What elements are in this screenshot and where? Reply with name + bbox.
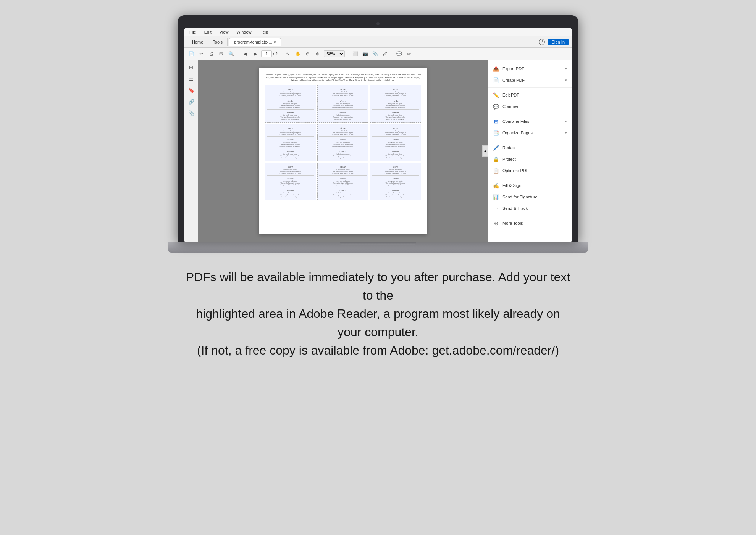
label-shake-cursive-6: shake — [393, 138, 399, 141]
label-shake-cursive-5: shake — [340, 138, 346, 141]
markup-icon[interactable]: ✏ — [405, 50, 413, 58]
label-card-1-1: store in a cool dark place.The bottle wi… — [265, 85, 316, 123]
search-icon[interactable]: 🔍 — [227, 50, 235, 58]
label-return-cursive: return — [287, 111, 294, 114]
panel-organize-pages[interactable]: 📑 Organize Pages ▾ — [488, 127, 572, 139]
label-return-section-6: return the bottle once done.That way, I … — [372, 149, 419, 160]
label-card-3-2: store in a cool dark place.The bottle wi… — [317, 163, 369, 200]
panel-create-pdf[interactable]: 📄 Create PDF ▾ — [488, 74, 572, 86]
sidebar-bookmark-icon[interactable]: 🔖 — [187, 86, 195, 94]
page-sep: / — [273, 52, 274, 56]
label-shake-section-2: shake every now and again.The vanilla fl… — [319, 99, 367, 110]
label-return-cursive-2: return — [339, 111, 346, 114]
send-track-icon: → — [493, 205, 499, 212]
label-grid: store in a cool dark place.The bottle wi… — [265, 85, 421, 200]
panel-comment-label: Comment — [502, 104, 567, 109]
tab-close-icon[interactable]: × — [274, 40, 276, 44]
label-shake-section-9: shake every now and again.The vanilla fl… — [372, 176, 419, 187]
panel-edit-pdf[interactable]: ✏️ Edit PDF — [488, 89, 572, 101]
panel-collapse-arrow[interactable]: ◀ — [482, 145, 488, 157]
email-icon[interactable]: ✉ — [217, 50, 225, 58]
label-store-text-2: in a cool dark place.The bottle will tas… — [332, 91, 354, 97]
sidebar-attachment-icon[interactable]: 📎 — [187, 109, 195, 117]
crop-icon[interactable]: ⬜ — [351, 50, 359, 58]
menu-help[interactable]: Help — [258, 29, 269, 35]
combine-files-arrow: ▾ — [565, 119, 567, 123]
zoom-select[interactable]: 58% 75% 100% 125% — [324, 50, 345, 57]
label-card-2-2: store in a cool dark place.The bottle wi… — [317, 124, 369, 162]
label-return-text: the bottle once done.That way, I can mak… — [280, 114, 300, 120]
panel-send-track[interactable]: → Send & Track — [488, 203, 572, 214]
sidebar-layers-icon[interactable]: ☰ — [187, 74, 195, 83]
panel-redact[interactable]: 🖊️ Redact — [488, 142, 572, 153]
page-input[interactable] — [261, 50, 272, 57]
hand-tool-icon[interactable]: ✋ — [294, 50, 302, 58]
snapshot-icon[interactable]: 📷 — [361, 50, 369, 58]
print-icon[interactable]: 🖨 — [207, 50, 215, 58]
label-shake-section: shake every now and again.The vanilla fl… — [267, 99, 314, 110]
panel-send-for-signature-label: Send for Signature — [502, 195, 567, 199]
tab-tools[interactable]: Tools — [208, 38, 228, 46]
label-shake-section-6: shake every now and again.The vanilla fl… — [372, 137, 419, 148]
label-shake-text-9: every now and again.The vanilla flavor w… — [385, 180, 406, 186]
label-shake-text: every now and again.The vanilla flavor w… — [280, 103, 301, 109]
comment-icon[interactable]: 💬 — [395, 50, 403, 58]
label-return-section-8: return the bottle once done.That way, I … — [319, 188, 367, 199]
label-store-text: in a cool dark place.The bottle will tas… — [279, 91, 301, 97]
label-shake-cursive-2: shake — [340, 100, 346, 103]
tab-bar: Home Tools program-template-... × ? Sign… — [184, 36, 572, 48]
help-icon[interactable]: ? — [539, 39, 545, 45]
panel-combine-files[interactable]: ⊞ Combine Files ▾ — [488, 116, 572, 127]
panel-comment[interactable]: 💬 Comment — [488, 101, 572, 112]
sidebar-thumbnail-icon[interactable]: ⊞ — [187, 63, 195, 71]
laptop-container: File Edit View Window Help Home Tools pr… — [168, 15, 588, 253]
tab-home[interactable]: Home — [187, 38, 208, 46]
export-pdf-icon: 📤 — [493, 65, 499, 72]
open-icon[interactable]: ↩ — [197, 50, 205, 58]
trackpad-notch — [340, 242, 416, 245]
menu-view[interactable]: View — [218, 29, 230, 35]
sidebar-link-icon[interactable]: 🔗 — [187, 97, 195, 106]
panel-export-pdf[interactable]: 📤 Export PDF ▾ — [488, 63, 572, 74]
panel-send-for-signature[interactable]: 📊 Send for Signature — [488, 191, 572, 203]
next-page-icon[interactable]: ▶ — [251, 50, 259, 58]
panel-protect[interactable]: 🔒 Protect — [488, 153, 572, 165]
label-return-text-8: the bottle once done.That way, I can mak… — [333, 192, 353, 198]
pdf-view-area[interactable]: Download to your desktop, open in Acroba… — [198, 60, 488, 242]
sign-in-area: ? Sign In — [539, 39, 569, 45]
panel-more-tools[interactable]: ⊕ More Tools — [488, 218, 572, 229]
panel-optimize-pdf[interactable]: 📋 Optimize PDF — [488, 165, 572, 176]
edit-pdf-icon: ✏️ — [493, 92, 499, 98]
panel-divider-2 — [488, 114, 572, 114]
tab-file-label: program-template-... — [234, 40, 272, 44]
menu-window[interactable]: Window — [235, 29, 252, 35]
comment-panel-icon: 💬 — [493, 103, 499, 110]
new-doc-icon[interactable]: 📄 — [187, 50, 195, 58]
select-tool-icon[interactable]: ↖ — [284, 50, 292, 58]
label-shake-text-5: every now and again.The vanilla flavor w… — [332, 141, 353, 147]
organize-pages-arrow: ▾ — [565, 131, 567, 135]
panel-fill-sign[interactable]: ✍️ Fill & Sign — [488, 180, 572, 191]
tab-file[interactable]: program-template-... × — [229, 38, 281, 46]
label-return-cursive-5: return — [339, 150, 346, 153]
pdf-document: Download to your desktop, open in Acroba… — [259, 68, 427, 234]
label-return-cursive-4: return — [287, 150, 294, 153]
attach-icon[interactable]: 📎 — [371, 50, 379, 58]
bottom-text-line3: (If not, a free copy is available from A… — [183, 341, 573, 359]
zoom-out-icon[interactable]: ⊖ — [304, 50, 312, 58]
create-pdf-arrow: ▾ — [565, 78, 567, 82]
menu-edit[interactable]: Edit — [203, 29, 213, 35]
zoom-in-icon[interactable]: ⊕ — [314, 50, 321, 58]
label-store-cursive-7: store — [288, 165, 293, 168]
prev-page-icon[interactable]: ◀ — [241, 50, 249, 58]
menu-file[interactable]: File — [188, 29, 197, 35]
label-store-section-5: store in a cool dark place.The bottle wi… — [319, 126, 367, 137]
label-store-section-6: store in a cool dark place.The bottle wi… — [372, 126, 419, 137]
combine-files-icon: ⊞ — [493, 118, 499, 125]
sign-in-button[interactable]: Sign In — [548, 39, 569, 45]
laptop-base — [168, 242, 588, 253]
redact-icon: 🖊️ — [493, 144, 499, 151]
sign-icon[interactable]: 🖊 — [381, 50, 389, 58]
label-shake-text-4: every now and again.The vanilla flavor w… — [280, 141, 301, 147]
bottom-text-line2: highlighted area in Adobe Reader, a prog… — [183, 305, 573, 341]
